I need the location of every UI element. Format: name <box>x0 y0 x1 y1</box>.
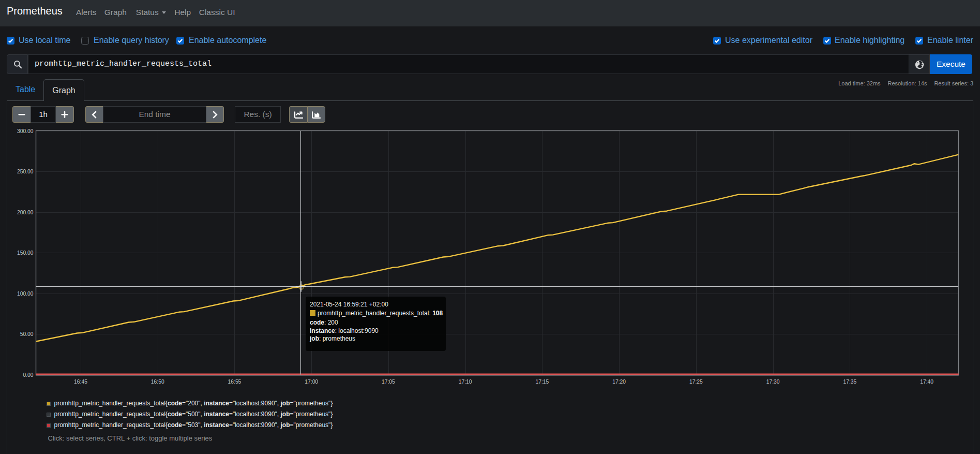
svg-text:200.00: 200.00 <box>17 210 34 215</box>
svg-text:150.00: 150.00 <box>17 250 34 256</box>
svg-text:17:35: 17:35 <box>843 379 856 385</box>
svg-text:17:25: 17:25 <box>689 379 703 385</box>
svg-text:16:45: 16:45 <box>74 379 87 385</box>
svg-text:16:50: 16:50 <box>151 379 164 385</box>
svg-text:17:20: 17:20 <box>612 379 626 385</box>
svg-text:0.00: 0.00 <box>23 372 33 378</box>
svg-text:250.00: 250.00 <box>17 169 34 174</box>
svg-text:50.00: 50.00 <box>20 331 34 337</box>
svg-text:17:05: 17:05 <box>382 379 395 385</box>
svg-text:100.00: 100.00 <box>17 291 34 297</box>
svg-text:16:55: 16:55 <box>228 379 242 385</box>
svg-text:17:15: 17:15 <box>536 379 549 385</box>
svg-text:300.00: 300.00 <box>17 128 34 134</box>
svg-text:17:30: 17:30 <box>766 379 780 385</box>
svg-text:17:00: 17:00 <box>305 379 318 385</box>
svg-text:17:40: 17:40 <box>920 379 933 385</box>
svg-text:17:10: 17:10 <box>459 379 472 385</box>
